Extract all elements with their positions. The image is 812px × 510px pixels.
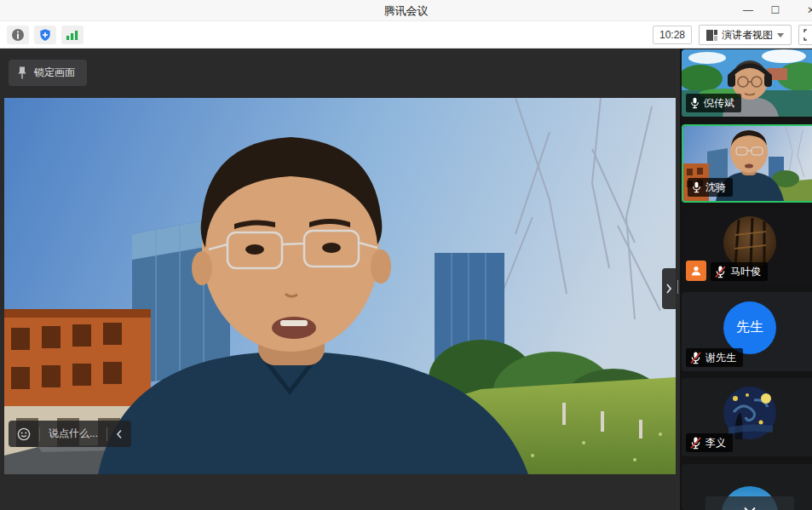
pin-view-label: 锁定画面 — [34, 66, 75, 80]
maximize-button[interactable]: ☐ — [763, 0, 788, 21]
participant-avatar — [723, 387, 776, 439]
participant-label: 马叶俊 — [711, 262, 768, 281]
view-mode-label: 演讲者视图 — [722, 28, 773, 43]
participant-sidebar: 倪传斌 — [680, 49, 812, 510]
close-button[interactable]: ✕ — [798, 0, 812, 21]
mic-muted-icon — [690, 352, 701, 364]
security-button[interactable] — [34, 26, 56, 44]
emoji-button[interactable] — [9, 421, 39, 447]
collapse-list-button[interactable] — [705, 496, 794, 510]
mic-icon — [690, 97, 700, 109]
participant-label: 谢先生 — [686, 348, 743, 367]
participant-name: 李义 — [705, 436, 726, 450]
chevron-down-icon — [743, 507, 757, 510]
participant-tile[interactable]: 马叶俊 — [682, 209, 812, 285]
mic-icon — [692, 181, 701, 193]
toolbar: 10:28 演讲者视图 — [0, 21, 812, 49]
participant-label: 李义 — [686, 433, 733, 452]
layout-icon — [706, 30, 717, 41]
mic-muted-icon — [715, 266, 726, 278]
chat-input-hint[interactable]: 说点什么... — [40, 421, 107, 447]
caret-down-icon — [777, 33, 784, 37]
pin-icon — [17, 66, 27, 79]
participant-avatar: 先生 — [723, 301, 776, 354]
participant-label: 倪传斌 — [686, 94, 741, 112]
collapse-right-icon — [665, 283, 672, 295]
participant-avatar — [723, 216, 776, 269]
fullscreen-icon — [803, 29, 812, 41]
member-badge — [686, 261, 706, 281]
participant-name: 谢先生 — [705, 351, 736, 365]
smiley-icon — [17, 427, 31, 441]
shield-icon — [38, 28, 52, 42]
participant-tile[interactable]: 先生 谢先生 — [682, 292, 812, 371]
main-speaker-area: 锁定画面 说点什么... — [0, 49, 676, 510]
minimize-button[interactable]: — — [735, 0, 761, 21]
quick-chat-bar[interactable]: 说点什么... — [9, 421, 131, 447]
participant-name: 倪传斌 — [704, 96, 734, 111]
info-icon — [11, 28, 25, 42]
collapse-chat-button[interactable] — [107, 421, 131, 447]
titlebar: 腾讯会议 — ☐ ✕ — [0, 0, 812, 21]
participant-tile[interactable]: 倪传斌 — [682, 49, 812, 117]
fullscreen-button[interactable] — [798, 25, 812, 45]
network-status-button[interactable] — [61, 26, 84, 44]
avatar-text: 先生 — [736, 318, 763, 336]
participant-tile[interactable]: 李义 — [682, 378, 812, 456]
collapse-left-icon — [116, 429, 123, 439]
participant-name: 沈骑 — [705, 181, 726, 195]
network-signal-icon — [66, 29, 79, 41]
pin-view-button[interactable]: 锁定画面 — [9, 60, 87, 86]
participant-label: 沈骑 — [688, 178, 733, 197]
meeting-content: 锁定画面 说点什么... — [0, 49, 812, 510]
view-mode-button[interactable]: 演讲者视图 — [699, 25, 792, 45]
mic-muted-icon — [690, 437, 701, 450]
meeting-timer: 10:28 — [653, 26, 692, 44]
main-speaker-video — [4, 98, 676, 474]
window-title: 腾讯会议 — [0, 0, 812, 21]
participant-tile-partial[interactable] — [682, 464, 812, 510]
meeting-info-button[interactable] — [7, 26, 29, 44]
meeting-window: 腾讯会议 — ☐ ✕ — [0, 0, 812, 510]
participant-name: 马叶俊 — [730, 265, 761, 279]
participant-tile-active[interactable]: 沈骑 — [682, 124, 812, 203]
member-badge-icon — [690, 265, 702, 277]
hide-sidebar-tab[interactable] — [662, 268, 676, 309]
